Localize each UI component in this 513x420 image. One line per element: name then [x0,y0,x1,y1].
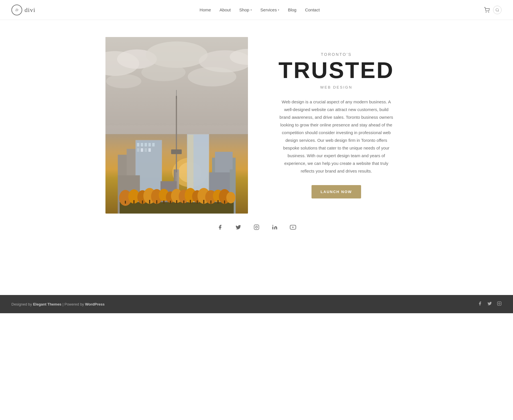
wordpress-link[interactable]: WordPress [85,302,105,306]
svg-rect-61 [142,200,143,204]
svg-rect-73 [224,200,225,204]
footer-facebook-icon [478,301,482,306]
toronto-label: TORONTO'S [321,52,352,57]
svg-rect-59 [125,201,126,204]
search-icon [495,8,499,12]
svg-rect-66 [176,200,177,204]
main-nav: Home About Shop ▾ Services ▾ Blog Contac… [199,7,320,12]
content-grid: TORONTO'S TRUSTED WEB DESIGN Web design … [105,37,408,214]
hero-text-container: TORONTO'S TRUSTED WEB DESIGN Web design … [265,46,408,204]
nav-shop[interactable]: Shop ▾ [239,7,252,12]
instagram-link[interactable] [251,222,262,232]
svg-point-2 [496,8,498,11]
svg-rect-67 [183,200,184,204]
nav-contact[interactable]: Contact [305,7,320,12]
main-content: TORONTO'S TRUSTED WEB DESIGN Web design … [100,20,413,261]
logo-text: divi [25,6,35,14]
logo-circle-text: D [15,8,18,12]
designed-by-text: Designed by [11,302,32,306]
footer-facebook-link[interactable] [478,301,482,307]
site-header: D divi Home About Shop ▾ Services ▾ Blog… [0,0,513,20]
logo-circle: D [11,5,22,15]
svg-rect-42 [120,202,234,214]
svg-rect-31 [137,148,139,152]
web-design-label: WEB DESIGN [320,85,352,89]
trusted-heading: TRUSTED [278,59,394,82]
nav-about[interactable]: About [219,7,231,12]
svg-rect-70 [203,200,204,204]
svg-point-58 [226,192,235,203]
social-icons-row [105,214,408,249]
powered-by-text: | Powered by [62,302,85,306]
svg-rect-60 [133,200,135,204]
nav-home[interactable]: Home [199,7,211,12]
svg-rect-65 [170,201,171,204]
nav-blog[interactable]: Blog [288,7,296,12]
svg-rect-63 [156,200,157,204]
svg-point-10 [141,63,186,81]
svg-rect-22 [171,149,182,154]
logo-link[interactable]: D divi [11,5,35,15]
svg-rect-23 [176,90,176,99]
twitter-link[interactable] [233,222,243,232]
linkedin-link[interactable] [270,222,280,232]
hero-description: Web design is a crucial aspect of any mo… [279,98,393,175]
svg-rect-72 [217,200,219,204]
footer-twitter-icon [487,301,492,306]
footer-instagram-link[interactable] [497,301,502,307]
footer-twitter-link[interactable] [487,301,492,307]
shop-chevron-icon: ▾ [251,9,252,11]
hero-image-container [105,37,248,214]
nav-icon-group [484,6,502,14]
svg-rect-74 [254,225,259,230]
trees-svg [105,174,248,214]
facebook-icon [217,224,223,230]
svg-rect-20 [176,96,177,173]
launch-button[interactable]: LAUNCH NOW [312,185,361,198]
svg-rect-32 [141,148,143,152]
services-chevron-icon: ▾ [278,9,279,11]
linkedin-icon [272,224,278,230]
footer-social [478,301,502,307]
facebook-link[interactable] [215,222,225,232]
twitter-icon [235,224,241,230]
svg-point-1 [488,12,489,12]
svg-rect-34 [148,148,151,152]
svg-rect-64 [163,200,164,204]
svg-rect-76 [272,227,273,230]
footer-credit: Designed by Elegant Themes | Powered by … [11,302,105,306]
svg-point-0 [486,12,486,12]
svg-rect-26 [137,143,139,146]
youtube-link[interactable] [288,222,298,232]
svg-rect-30 [152,143,154,146]
search-button[interactable] [493,6,502,14]
svg-point-7 [146,42,208,68]
footer-instagram-icon [497,301,502,306]
empty-section [0,261,513,295]
instagram-icon [254,224,259,230]
svg-line-3 [498,11,499,11]
svg-rect-29 [148,143,151,146]
youtube-icon [290,224,296,230]
cart-button[interactable] [484,7,490,13]
cart-icon [484,7,490,13]
svg-rect-71 [210,200,211,204]
nav-services[interactable]: Services ▾ [260,7,280,12]
svg-rect-69 [197,200,198,204]
svg-rect-62 [149,200,150,204]
site-footer: Designed by Elegant Themes | Powered by … [0,295,513,313]
svg-rect-28 [144,143,147,146]
svg-rect-68 [190,200,191,204]
elegant-themes-link[interactable]: Elegant Themes [33,302,62,306]
svg-rect-79 [497,302,501,305]
svg-point-77 [272,225,273,226]
svg-rect-27 [141,143,143,146]
city-image [105,37,248,214]
svg-marker-78 [292,226,294,228]
svg-rect-33 [144,148,147,152]
